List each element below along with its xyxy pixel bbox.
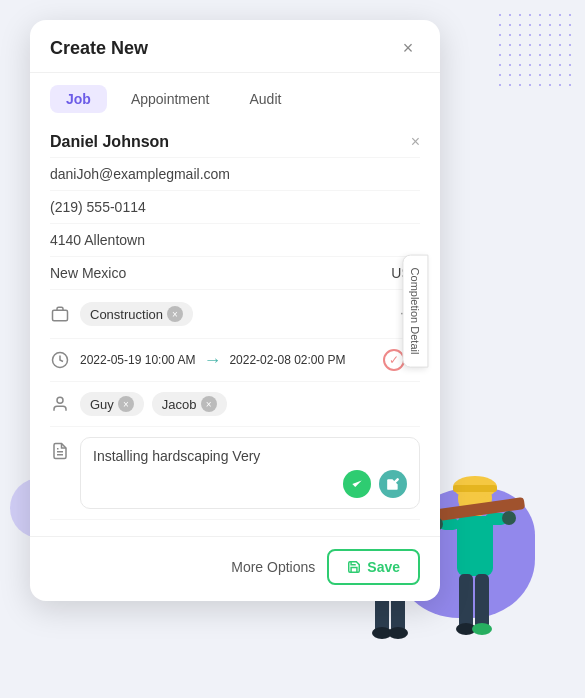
create-new-modal: Completion Detail Create New × Job Appoi… <box>30 20 440 601</box>
svg-rect-22 <box>459 574 473 629</box>
dots-decoration <box>495 10 575 90</box>
save-button[interactable]: Save <box>327 549 420 585</box>
phone-value: (219) 555-0114 <box>50 199 146 215</box>
construction-chip[interactable]: Construction × <box>80 302 193 326</box>
assignee-jacob-label: Jacob <box>162 397 197 412</box>
datetime-field: 2022-05-19 10:00 AM → 2022-02-08 02:00 P… <box>50 339 420 382</box>
tab-job[interactable]: Job <box>50 85 107 113</box>
job-type-content: Construction × <box>80 302 382 326</box>
contact-clear-button[interactable]: × <box>411 133 420 151</box>
notes-actions <box>93 470 407 498</box>
arrow-icon: → <box>203 350 221 371</box>
svg-rect-23 <box>475 574 489 629</box>
email-row: daniJoh@examplegmail.com <box>50 158 420 191</box>
start-datetime[interactable]: 2022-05-19 10:00 AM <box>80 353 195 367</box>
notes-wrapper: Installing hardscaping Very <box>80 437 420 509</box>
svg-point-25 <box>472 623 492 635</box>
assignee-guy-label: Guy <box>90 397 114 412</box>
state-value: New Mexico <box>50 265 126 281</box>
tabs-container: Job Appointment Audit <box>30 73 440 113</box>
notes-content: Installing hardscaping Very <box>93 448 260 464</box>
svg-rect-15 <box>453 485 497 492</box>
svg-point-21 <box>502 511 516 525</box>
construction-chip-label: Construction <box>90 307 163 322</box>
save-icon <box>347 560 361 574</box>
modal-footer: More Options Save <box>30 536 440 601</box>
note-icon <box>50 441 70 461</box>
modal-header: Create New × <box>30 20 440 73</box>
more-options-button[interactable]: More Options <box>231 559 315 575</box>
modal-title: Create New <box>50 38 148 59</box>
briefcase-icon <box>50 304 70 324</box>
assignee-guy-chip[interactable]: Guy × <box>80 392 144 416</box>
svg-point-12 <box>388 627 408 639</box>
completion-detail-tab[interactable]: Completion Detail <box>403 254 429 367</box>
address-row: 4140 Allentown <box>50 224 420 257</box>
datetime-row: 2022-05-19 10:00 AM → 2022-02-08 02:00 P… <box>80 350 373 371</box>
assignee-guy-remove[interactable]: × <box>118 396 134 412</box>
notes-edit-button[interactable] <box>379 470 407 498</box>
datetime-confirm-button[interactable]: ✓ <box>383 349 405 371</box>
person-icon <box>50 394 70 414</box>
clock-icon <box>50 350 70 370</box>
notes-confirm-button[interactable] <box>343 470 371 498</box>
email-value: daniJoh@examplegmail.com <box>50 166 230 182</box>
assignee-jacob-chip[interactable]: Jacob × <box>152 392 227 416</box>
modal-close-button[interactable]: × <box>396 36 420 60</box>
assignees-field: Guy × Jacob × <box>50 382 420 427</box>
end-datetime[interactable]: 2022-02-08 02:00 PM <box>229 353 345 367</box>
contact-name: Daniel Johnson <box>50 133 169 151</box>
contact-row: Daniel Johnson × <box>50 123 420 158</box>
svg-point-28 <box>57 397 63 403</box>
notes-field: Installing hardscaping Very <box>50 427 420 520</box>
tab-appointment[interactable]: Appointment <box>115 85 226 113</box>
assignees-content: Guy × Jacob × <box>80 392 420 416</box>
save-button-label: Save <box>367 559 400 575</box>
job-type-field: Construction × + <box>50 290 420 339</box>
assignee-jacob-remove[interactable]: × <box>201 396 217 412</box>
svg-rect-26 <box>53 310 68 321</box>
svg-rect-16 <box>457 516 493 576</box>
construction-chip-remove[interactable]: × <box>167 306 183 322</box>
tab-audit[interactable]: Audit <box>234 85 298 113</box>
notes-area: Installing hardscaping Very <box>80 437 420 509</box>
modal-body: Daniel Johnson × daniJoh@examplegmail.co… <box>30 113 440 536</box>
address-value: 4140 Allentown <box>50 232 145 248</box>
phone-row: (219) 555-0114 <box>50 191 420 224</box>
location-row: New Mexico USA <box>50 257 420 290</box>
